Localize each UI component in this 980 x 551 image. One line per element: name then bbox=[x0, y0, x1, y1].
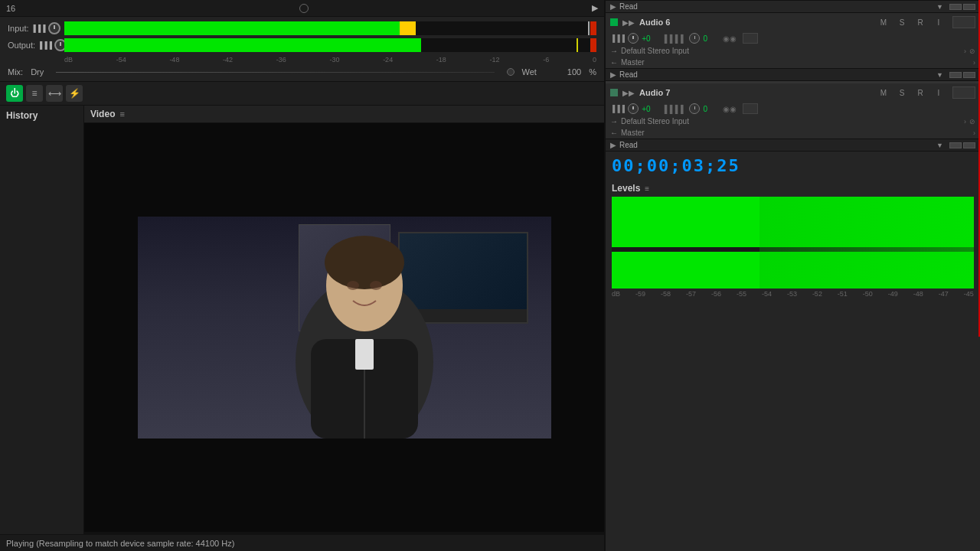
track-6-meter: ▐▐▐ +0 ▐▐▐▐ 0 ◉◉ bbox=[606, 31, 980, 45]
history-panel: History bbox=[0, 106, 84, 534]
track-7-input-label: Default Stereo Input bbox=[621, 117, 961, 126]
track-6-name: Audio 6 bbox=[639, 18, 873, 27]
left-panel: 16 ▶ Input: ▐▐▐ +0 bbox=[0, 0, 605, 551]
levels-menu-icon[interactable]: ≡ bbox=[645, 184, 649, 193]
list-tool-button[interactable]: ≡ bbox=[26, 85, 43, 102]
track-6-input-db: +0 bbox=[642, 34, 655, 43]
track-6-bars: ▐▐▐ bbox=[610, 34, 625, 42]
input-meter-row: Input: ▐▐▐ +0 bbox=[8, 21, 596, 35]
audio-track-6: ▶▶ Audio 6 M S R I ▐▐▐ +0 ▐▐▐▐ 0 ◉◉ bbox=[606, 13, 980, 81]
read-dropdown-arrow[interactable]: ▼ bbox=[936, 3, 943, 11]
tools-bar: ⏻ ≡ ⟷ ⚡ bbox=[0, 82, 604, 106]
levels-meter bbox=[612, 197, 974, 289]
track-7-input-knob[interactable] bbox=[628, 103, 639, 114]
track-6-output-db: 0 bbox=[703, 34, 717, 43]
track-6-s-btn[interactable]: S bbox=[896, 16, 908, 28]
track-6-input-expand[interactable]: › bbox=[964, 47, 966, 55]
track-7-output-label: Master bbox=[621, 129, 970, 137]
track-7-read-bar: ▶ Read ▼ bbox=[606, 139, 980, 151]
track-6-read-expand[interactable]: ▶ bbox=[610, 70, 616, 79]
track-6-m-btn[interactable]: M bbox=[877, 16, 890, 28]
track-6-output-knob[interactable] bbox=[689, 33, 700, 44]
percent-label: % bbox=[589, 67, 596, 77]
output-label: Output: ▐▐▐ +0 bbox=[8, 39, 61, 51]
track-6-read-bar: ▶ Read ▼ bbox=[606, 68, 980, 80]
play-button[interactable]: ▶ bbox=[592, 3, 598, 13]
track-7-bars: ▐▐▐ bbox=[610, 105, 625, 112]
audio-controls: Input: ▐▐▐ +0 Output: ▐▐ bbox=[0, 17, 604, 82]
track-7-output-knob[interactable] bbox=[689, 103, 700, 114]
top-bar: 16 ▶ bbox=[0, 0, 604, 17]
power-tool-button[interactable]: ⏻ bbox=[6, 85, 23, 102]
track-6-input-label: Default Stereo Input bbox=[621, 47, 961, 55]
track-6-header: ▶▶ Audio 6 M S R I bbox=[606, 13, 980, 31]
lightning-tool-button[interactable]: ⚡ bbox=[66, 85, 83, 102]
track-number: 16 bbox=[6, 4, 15, 13]
track-6-output-label: Master bbox=[621, 58, 970, 67]
track-6-read-dropdown[interactable]: ▼ bbox=[936, 71, 943, 79]
output-bars-icon: ▐▐▐ bbox=[38, 41, 52, 49]
main-layout: 16 ▶ Input: ▐▐▐ +0 bbox=[0, 0, 980, 551]
track-7-read-dropdown[interactable]: ▼ bbox=[936, 142, 943, 149]
timecode-display: 00;00;03;25 bbox=[606, 152, 980, 180]
status-bar: Playing (Resampling to match device samp… bbox=[0, 534, 604, 551]
top-read-bar: ▶ Read ▼ bbox=[606, 0, 980, 13]
person-silhouette bbox=[265, 224, 464, 439]
track-6-color bbox=[610, 18, 618, 26]
track-7-output-db: 0 bbox=[703, 105, 717, 113]
track-6-expand[interactable]: ▶▶ bbox=[622, 18, 635, 27]
video-panel: Video ≡ bbox=[84, 106, 604, 534]
track-7-input-circle[interactable]: ⊘ bbox=[969, 118, 975, 126]
wet-label: Wet bbox=[522, 67, 537, 77]
track-7-input-expand[interactable]: › bbox=[964, 118, 966, 126]
crosshair-tool-button[interactable]: ⟷ bbox=[46, 85, 63, 102]
dry-label: Dry bbox=[31, 67, 44, 77]
scale-labels: dB -54 -48 -42 -36 -30 -24 -18 -12 -6 0 bbox=[64, 56, 596, 64]
levels-header: Levels ≡ bbox=[612, 180, 974, 197]
track-7-i-btn[interactable]: I bbox=[933, 86, 945, 99]
track-6-r-btn[interactable]: R bbox=[914, 16, 926, 28]
read-expand-arrow[interactable]: ▶ bbox=[610, 2, 616, 11]
video-tab-label: Video bbox=[90, 109, 115, 119]
top-read-label: Read bbox=[619, 2, 933, 11]
track-7-input-arrow: → bbox=[610, 117, 618, 126]
video-menu-icon[interactable]: ≡ bbox=[119, 109, 124, 119]
track-6-input-circle[interactable]: ⊘ bbox=[969, 47, 975, 55]
track-7-s-btn[interactable]: S bbox=[896, 86, 908, 99]
track-7-color bbox=[610, 89, 618, 96]
wet-radio[interactable] bbox=[507, 68, 514, 76]
track-7-meter: ▐▐▐ +0 ▐▐▐▐ 0 ◉◉ bbox=[606, 102, 980, 116]
track-7-controls: M S R I bbox=[877, 86, 945, 99]
track-6-output-expand[interactable]: › bbox=[973, 59, 975, 67]
input-label: Input: ▐▐▐ +0 bbox=[8, 22, 61, 34]
track-6-input-arrow: → bbox=[610, 47, 618, 55]
history-title: History bbox=[6, 110, 38, 121]
track-7-name: Audio 7 bbox=[639, 88, 873, 97]
track-7-expand[interactable]: ▶▶ bbox=[622, 89, 635, 97]
levels-scale: dB -59 -58 -57 -56 -55 -54 -53 -52 -51 -… bbox=[612, 289, 974, 299]
bottom-section: History Video ≡ bbox=[0, 106, 604, 534]
track-6-i-btn[interactable]: I bbox=[933, 16, 945, 28]
svg-point-4 bbox=[370, 281, 382, 290]
track-7-output-arrow: ← bbox=[610, 129, 618, 137]
mix-row: Mix: Dry Wet 100 % bbox=[8, 67, 596, 77]
track-6-input-knob[interactable] bbox=[628, 33, 639, 44]
video-tab: Video ≡ bbox=[84, 106, 604, 123]
output-meter-bar bbox=[64, 38, 596, 52]
video-frame bbox=[84, 123, 604, 532]
track-7-r-btn[interactable]: R bbox=[914, 86, 926, 99]
track-7-read-expand[interactable]: ▶ bbox=[610, 141, 616, 149]
track-7-speaker: ◉◉ bbox=[723, 105, 737, 113]
track-7-output-expand[interactable]: › bbox=[973, 129, 975, 137]
input-knob[interactable] bbox=[48, 22, 60, 34]
track-7-m-btn[interactable]: M bbox=[877, 86, 890, 99]
input-meter-bar bbox=[64, 21, 596, 35]
mix-label: Mix: bbox=[8, 67, 23, 77]
track-6-read-label: Read bbox=[619, 70, 933, 79]
track-7-input-row: → Default Stereo Input › ⊘ bbox=[606, 116, 980, 127]
track-6-speaker: ◉◉ bbox=[723, 34, 737, 43]
audio-track-7: ▶▶ Audio 7 M S R I ▐▐▐ +0 ▐▐▐▐ 0 ◉◉ bbox=[606, 83, 980, 152]
track-6-controls: M S R I bbox=[877, 16, 945, 28]
track-7-header: ▶▶ Audio 7 M S R I bbox=[606, 83, 980, 102]
input-bars-icon: ▐▐▐ bbox=[31, 24, 46, 32]
